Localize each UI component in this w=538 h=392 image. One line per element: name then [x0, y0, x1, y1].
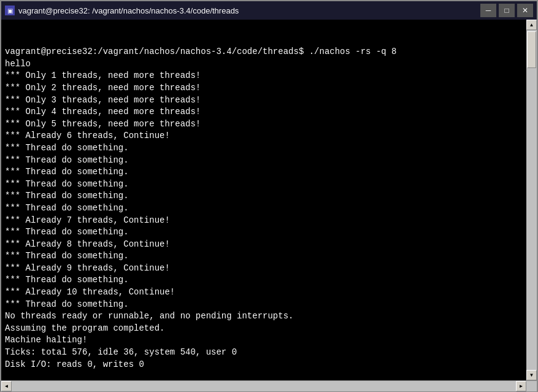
titlebar: ▣ vagrant@precise32: /vagrant/nachos/nac…	[1, 1, 537, 20]
scroll-thumb[interactable]	[527, 31, 536, 68]
terminal-line: *** Already 6 threads, Continue!	[5, 130, 523, 142]
scroll-up-button[interactable]: ▲	[526, 20, 537, 30]
terminal-line: *** Already 7 threads, Continue!	[5, 215, 523, 227]
terminal-line: *** Thread do something.	[5, 202, 523, 215]
terminal-line: *** Already 8 threads, Continue!	[5, 239, 523, 251]
titlebar-left: ▣ vagrant@precise32: /vagrant/nachos/nac…	[5, 6, 239, 15]
terminal-line: *** Thread do something.	[5, 166, 523, 179]
maximize-button[interactable]: □	[499, 4, 515, 17]
terminal-window: ▣ vagrant@precise32: /vagrant/nachos/nac…	[0, 0, 538, 392]
scroll-right-button[interactable]: ►	[516, 381, 526, 391]
terminal-line: Disk I/O: reads 0, writes 0	[5, 359, 523, 371]
terminal-line: *** Already 10 threads, Continue!	[5, 286, 523, 299]
terminal-line: *** Thread do something.	[5, 226, 523, 239]
terminal-line: vagrant@precise32:/vagrant/nachos/nachos…	[5, 46, 523, 58]
terminal-line: *** Only 3 threads, need more threads!	[5, 94, 523, 107]
vertical-scrollbar[interactable]: ▲ ▼	[526, 20, 537, 380]
terminal-line: Ticks: total 576, idle 36, system 540, u…	[5, 347, 523, 359]
terminal-line: *** Thread do something.	[5, 274, 523, 286]
terminal-line: *** Thread do something.	[5, 190, 523, 202]
scroll-h-track[interactable]	[12, 381, 516, 391]
terminal-container: vagrant@precise32:/vagrant/nachos/nachos…	[1, 20, 537, 380]
terminal-line: *** Only 2 threads, need more threads!	[5, 82, 523, 94]
terminal-line: Machine halting!	[5, 334, 523, 347]
terminal-output[interactable]: vagrant@precise32:/vagrant/nachos/nachos…	[1, 20, 526, 380]
window-controls: ─ □ ✕	[480, 4, 533, 17]
terminal-line: hello	[5, 58, 523, 71]
terminal-line: *** Only 5 threads, need more threads!	[5, 118, 523, 131]
terminal-line: Assuming the program completed.	[5, 323, 523, 335]
terminal-line: *** Already 9 threads, Continue!	[5, 263, 523, 275]
terminal-line: No threads ready or runnable, and no pen…	[5, 310, 523, 323]
close-button[interactable]: ✕	[517, 4, 533, 17]
scroll-track[interactable]	[526, 30, 537, 370]
bottom-bar: ◄ ►	[1, 380, 537, 391]
terminal-line: *** Only 1 threads, need more threads!	[5, 70, 523, 82]
terminal-line: *** Thread do something.	[5, 142, 523, 155]
terminal-line: *** Only 4 threads, need more threads!	[5, 106, 523, 118]
minimize-button[interactable]: ─	[480, 4, 496, 17]
terminal-line: *** Thread do something.	[5, 250, 523, 263]
scrollbar-corner	[526, 381, 537, 391]
scroll-down-button[interactable]: ▼	[526, 370, 537, 380]
scroll-left-button[interactable]: ◄	[1, 381, 12, 391]
app-icon: ▣	[5, 6, 15, 15]
terminal-line: *** Thread do something.	[5, 299, 523, 311]
terminal-line: *** Thread do something.	[5, 179, 523, 191]
window-title: vagrant@precise32: /vagrant/nachos/nacho…	[18, 6, 239, 15]
horizontal-scrollbar[interactable]: ◄ ►	[1, 381, 526, 391]
terminal-line: *** Thread do something.	[5, 155, 523, 167]
